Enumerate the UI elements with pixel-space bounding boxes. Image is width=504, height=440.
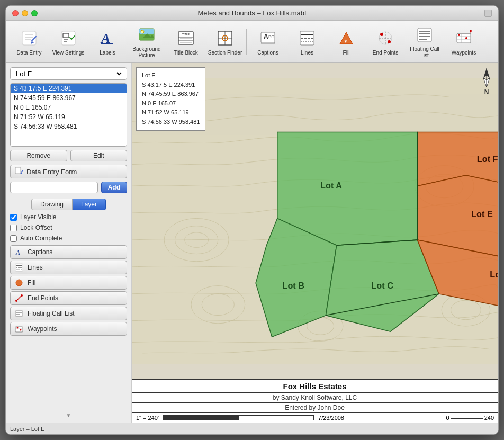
lot-dropdown[interactable]: Lot E Lot A Lot B Lot C Lot D Lot F: [14, 69, 123, 78]
sidebar: Lot E Lot A Lot B Lot C Lot D Lot F S 43…: [6, 63, 132, 423]
feature-buttons: A Captions Lines: [10, 245, 127, 409]
title-main: Fox Hills Estates: [132, 380, 498, 393]
main-content: Lot E Lot A Lot B Lot C Lot D Lot F S 43…: [6, 63, 498, 423]
svg-text:BC: BC: [268, 34, 274, 39]
bearings-list[interactable]: S 43:17:5 E 224.391 N 74:45:59 E 863.967…: [10, 83, 127, 147]
toolbar-floating-call-list[interactable]: Floating Call List: [406, 24, 444, 60]
waypoints-feature-button[interactable]: Waypoints: [10, 322, 127, 336]
view-settings-icon: [58, 28, 78, 48]
toolbar-separator: [246, 29, 247, 55]
floating-feature-label: Floating Call List: [28, 310, 75, 317]
svg-rect-67: [15, 311, 23, 316]
lock-offset-checkbox-row: Lock Offset: [10, 224, 127, 231]
bearing-input[interactable]: [10, 182, 98, 193]
svg-rect-55: [15, 167, 21, 174]
toolbar-end-points[interactable]: End Points: [366, 24, 404, 60]
data-entry-form-label: Data Entry Form: [26, 168, 77, 176]
lock-offset-checkbox[interactable]: [10, 225, 17, 231]
titlebar: Metes and Bounds – Fox Hills.mabf: [6, 6, 498, 21]
svg-point-73: [20, 329, 22, 331]
end-points-feature-button[interactable]: End Points: [10, 291, 127, 305]
svg-point-42: [388, 40, 391, 43]
fill-feature-button[interactable]: Fill: [10, 276, 127, 290]
toolbar: Data Entry View Settings A: [6, 21, 498, 63]
toolbar-section-finder[interactable]: Section Finder: [206, 24, 244, 60]
section-finder-icon: [215, 28, 235, 48]
add-button[interactable]: Add: [101, 182, 127, 193]
toolbar-waypoints[interactable]: Waypoints: [445, 24, 483, 60]
svg-text:Lot D: Lot D: [490, 270, 498, 279]
auto-complete-label: Auto Complete: [20, 235, 62, 242]
toolbar-lines-label: Lines: [301, 50, 313, 56]
end-points-feature-icon: [15, 294, 23, 302]
captions-icon: A BC: [258, 28, 278, 48]
toolbar-end-points-label: End Points: [373, 50, 398, 56]
bearing-item[interactable]: S 43:17:5 E 224.391: [11, 84, 127, 93]
layer-tab[interactable]: Layer: [73, 199, 106, 210]
captions-feature-button[interactable]: A Captions: [10, 245, 127, 259]
svg-point-54: [465, 37, 467, 39]
status-text: Layer – Lot E: [10, 426, 44, 432]
toolbar-fill-label: Fill: [343, 50, 350, 56]
lines-feature-button[interactable]: Lines: [10, 261, 127, 274]
toolbar-background-picture-label: Background Picture: [129, 46, 165, 59]
svg-point-27: [224, 38, 226, 39]
edit-button[interactable]: Edit: [70, 150, 128, 161]
labels-icon: A: [97, 28, 118, 48]
toolbar-captions-label: Captions: [257, 50, 278, 56]
close-button[interactable]: [12, 10, 19, 16]
svg-text:A: A: [15, 249, 20, 256]
info-line-5: N 71:52 W 65.119: [142, 108, 200, 118]
resize-button[interactable]: [484, 10, 492, 17]
captions-feature-label: Captions: [28, 248, 52, 256]
toolbar-labels[interactable]: A Labels: [88, 24, 127, 60]
data-entry-form-icon: [15, 167, 23, 177]
drawing-tab[interactable]: Drawing: [31, 199, 73, 210]
toolbar-background-picture[interactable]: Background Picture: [128, 24, 166, 60]
toolbar-captions[interactable]: A BC Captions: [249, 24, 287, 60]
info-line-2: S 43:17:5 E 224.391: [142, 80, 200, 90]
svg-line-56: [21, 170, 23, 172]
toolbar-view-settings[interactable]: View Settings: [49, 24, 87, 60]
fill-icon: ▼: [336, 28, 356, 48]
waypoints-feature-icon: [15, 325, 23, 333]
maximize-button[interactable]: [31, 10, 38, 16]
info-line-1: Lot E: [142, 71, 200, 80]
toolbar-fill[interactable]: ▼ Fill: [327, 24, 365, 60]
bearing-item[interactable]: N 0 E 165.07: [11, 103, 127, 112]
toolbar-data-entry[interactable]: Data Entry: [10, 24, 48, 60]
waypoints-icon: [454, 28, 474, 48]
toolbar-lines[interactable]: Lines: [288, 24, 326, 60]
floating-call-list-icon: [415, 26, 435, 44]
remove-button[interactable]: Remove: [10, 150, 67, 161]
fill-feature-icon: [15, 279, 23, 287]
traffic-lights: [12, 10, 38, 16]
bearing-item[interactable]: N 74:45:59 E 863.967: [11, 93, 127, 103]
lot-selector[interactable]: Lot E Lot A Lot B Lot C Lot D Lot F: [10, 67, 127, 80]
map-canvas[interactable]: Lot A Lot B Lot C Lot F Lot E: [132, 63, 498, 379]
svg-point-41: [380, 33, 383, 36]
map-footer: Fox Hills Estates by Sandy Knoll Softwar…: [132, 379, 498, 423]
svg-point-72: [17, 327, 19, 329]
remove-edit-row: Remove Edit: [10, 150, 127, 161]
svg-text:▼: ▼: [344, 39, 348, 44]
svg-point-66: [21, 294, 23, 297]
toolbar-floating-call-list-label: Floating Call List: [407, 46, 443, 59]
bearing-item[interactable]: S 74:56:33 W 958.481: [11, 122, 127, 131]
info-line-3: N 74:45:59 E 863.967: [142, 89, 200, 99]
main-window: Metes and Bounds – Fox Hills.mabf Data E…: [5, 5, 499, 435]
svg-text:A: A: [264, 33, 268, 40]
auto-complete-checkbox[interactable]: [10, 235, 17, 242]
data-entry-form-button[interactable]: Data Entry Form: [10, 165, 127, 178]
svg-text:Lot B: Lot B: [283, 281, 305, 290]
svg-text:TITLE: TITLE: [182, 33, 190, 36]
bearing-item[interactable]: N 71:52 W 65.119: [11, 112, 127, 122]
floating-feature-icon: [15, 309, 23, 318]
svg-text:Lot E: Lot E: [471, 209, 493, 219]
minimize-button[interactable]: [22, 10, 28, 16]
floating-feature-button[interactable]: Floating Call List: [10, 307, 127, 320]
north-label: N: [481, 88, 492, 96]
title-sub: by Sandy Knoll Software, LLC: [132, 393, 498, 403]
toolbar-title-block[interactable]: TITLE Title Block: [167, 24, 205, 60]
layer-visible-checkbox[interactable]: [10, 214, 17, 221]
